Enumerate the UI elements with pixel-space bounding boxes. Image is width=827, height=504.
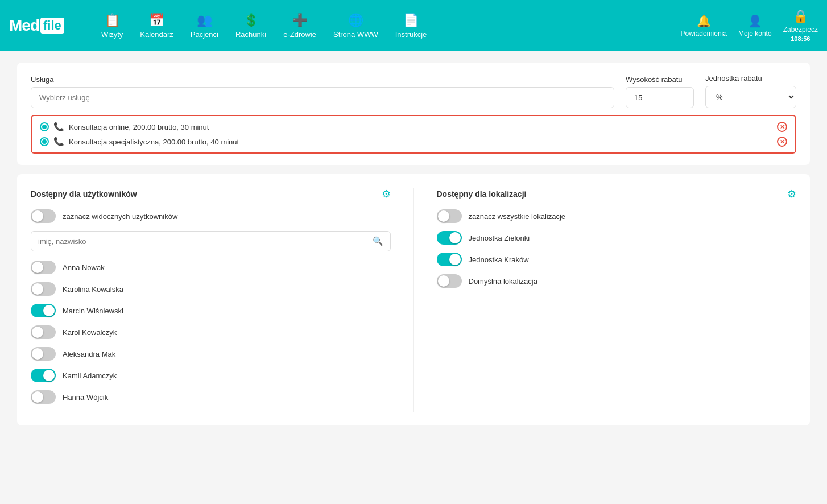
powiadomienia-label: Powiadomienia	[681, 30, 727, 38]
locations-select-all-knob	[438, 210, 449, 222]
nav-e-zdrowie[interactable]: ➕ e-Zdrowie	[276, 9, 323, 43]
kalendarz-icon: 📅	[149, 13, 164, 28]
service-label: Usługa	[31, 75, 614, 84]
user-knob-aleksandra	[32, 348, 43, 360]
rachunki-label: Rachunki	[235, 30, 266, 39]
service-input[interactable]	[31, 87, 614, 108]
users-panel-header: Dostępny dla użytkowników ⚙	[31, 188, 391, 200]
nav-wizyty[interactable]: 📋 Wizyty	[94, 9, 130, 43]
user-toggle-karolina[interactable]	[31, 282, 56, 296]
remove-tag-1[interactable]: ✕	[777, 122, 787, 132]
location-knob-domyslna	[438, 275, 449, 287]
user-name-hanna: Hanna Wójcik	[63, 393, 108, 402]
tag-text-2: Konsultacja specjalistyczna, 200.00 brut…	[69, 138, 772, 146]
users-select-all-toggle[interactable]	[31, 209, 56, 223]
locations-panel-title: Dostępny dla lokalizacji	[437, 189, 527, 199]
location-toggle-zielonki[interactable]	[437, 231, 462, 245]
moje-konto-label: Moje konto	[738, 30, 772, 38]
nav-rachunki[interactable]: 💲 Rachunki	[229, 9, 273, 43]
location-knob-zielonki	[449, 232, 461, 243]
user-name-karolina: Karolina Kowalska	[63, 285, 123, 294]
user-toggle-hanna[interactable]	[31, 390, 56, 404]
user-knob-anna	[32, 262, 43, 273]
tag-text-1: Konsultacja online, 200.00 brutto, 30 mi…	[69, 123, 772, 131]
user-toggle-karol[interactable]	[31, 325, 56, 339]
user-row-aleksandra: Aleksandra Mak	[31, 347, 391, 361]
service-group: Usługa	[31, 75, 614, 108]
users-panel: Dostępny dla użytkowników ⚙ zaznacz wido…	[31, 188, 391, 412]
nav-strona-www[interactable]: 🌐 Strona WWW	[326, 9, 385, 43]
user-toggle-kamil[interactable]	[31, 369, 56, 382]
users-gear-icon[interactable]: ⚙	[382, 188, 391, 200]
radio-2[interactable]	[40, 137, 49, 146]
logo-med: Med	[9, 16, 39, 35]
navbar: Med file 📋 Wizyty 📅 Kalendarz 👥 Pacjenci…	[0, 0, 827, 51]
location-row-domyslna: Domyślna lokalizacja	[437, 274, 797, 288]
user-name-aleksandra: Aleksandra Mak	[63, 350, 115, 358]
logo-file: file	[40, 18, 64, 34]
pacjenci-label: Pacjenci	[191, 30, 218, 39]
user-toggle-aleksandra[interactable]	[31, 347, 56, 361]
locations-select-all-label: zaznacz wszystkie lokalizacje	[469, 212, 566, 221]
user-row-marcin: Marcin Wiśniewski	[31, 304, 391, 317]
nav-instrukcje[interactable]: 📄 Instrukcje	[388, 9, 434, 43]
instrukcje-icon: 📄	[403, 13, 419, 28]
user-name-kamil: Kamil Adamczyk	[63, 371, 117, 380]
pacjenci-icon: 👥	[197, 13, 212, 28]
user-row-karolina: Karolina Kowalska	[31, 282, 391, 296]
main-content: Usługa Wysokość rabatu Jednostka rabatu …	[0, 51, 827, 504]
discount-input[interactable]	[626, 87, 694, 108]
user-name-anna: Anna Nowak	[63, 263, 105, 272]
users-select-all-row: zaznacz widocznych użytkowników	[31, 209, 391, 223]
nav-pacjenci[interactable]: 👥 Pacjenci	[184, 9, 225, 43]
service-tag-1: 📞 Konsultacja online, 200.00 brutto, 30 …	[40, 122, 787, 132]
logo[interactable]: Med file	[9, 16, 83, 35]
location-name-domyslna: Domyślna lokalizacja	[469, 277, 537, 286]
strona-www-label: Strona WWW	[333, 30, 378, 39]
user-row-anna: Anna Nowak	[31, 261, 391, 274]
users-select-all-knob	[32, 210, 43, 222]
bottom-section: Dostępny dla użytkowników ⚙ zaznacz wido…	[17, 174, 810, 425]
user-row-karol: Karol Kowalczyk	[31, 325, 391, 339]
locations-panel: Dostępny dla lokalizacji ⚙ zaznacz wszys…	[437, 188, 797, 412]
e-zdrowie-icon: ➕	[292, 13, 308, 28]
users-search-box: 🔍	[31, 231, 391, 251]
phone-icon-1: 📞	[53, 122, 64, 132]
panel-divider	[414, 188, 414, 412]
locations-select-all-toggle[interactable]	[437, 209, 462, 223]
form-row: Usługa Wysokość rabatu Jednostka rabatu …	[31, 74, 796, 108]
unit-select[interactable]: % zł	[705, 86, 796, 108]
nav-moje-konto[interactable]: 👤 Moje konto	[738, 14, 772, 38]
location-toggle-domyslna[interactable]	[437, 274, 462, 288]
location-toggle-krakow[interactable]	[437, 253, 462, 266]
nav-right: 🔔 Powiadomienia 👤 Moje konto 🔒 Zabezpiec…	[681, 9, 818, 42]
location-name-zielonki: Jednostka Zielonki	[469, 234, 530, 242]
users-search-input[interactable]	[38, 237, 368, 246]
location-row-zielonki: Jednostka Zielonki	[437, 231, 797, 245]
nav-items: 📋 Wizyty 📅 Kalendarz 👥 Pacjenci 💲 Rachun…	[94, 9, 681, 43]
nav-kalendarz[interactable]: 📅 Kalendarz	[133, 9, 180, 43]
locations-panel-header: Dostępny dla lokalizacji ⚙	[437, 188, 797, 200]
user-knob-karol	[32, 327, 43, 338]
rachunki-icon: 💲	[243, 13, 259, 28]
time-badge: 108:56	[791, 35, 810, 42]
lock-icon: 🔒	[793, 9, 808, 24]
kalendarz-label: Kalendarz	[140, 30, 173, 39]
form-section: Usługa Wysokość rabatu Jednostka rabatu …	[17, 63, 810, 165]
location-name-krakow: Jednostka Kraków	[469, 255, 529, 264]
service-tag-2: 📞 Konsultacja specjalistyczna, 200.00 br…	[40, 137, 787, 147]
location-knob-krakow	[449, 254, 461, 265]
nav-zabezpiecz[interactable]: 🔒 Zabezpiecz 108:56	[783, 9, 818, 42]
radio-inner-2	[42, 139, 47, 144]
nav-powiadomienia[interactable]: 🔔 Powiadomienia	[681, 14, 727, 38]
remove-tag-2[interactable]: ✕	[777, 137, 787, 147]
user-toggle-anna[interactable]	[31, 261, 56, 274]
user-row-hanna: Hanna Wójcik	[31, 390, 391, 404]
instrukcje-label: Instrukcje	[395, 30, 427, 39]
discount-amount-group: Wysokość rabatu	[626, 75, 694, 108]
radio-1[interactable]	[40, 122, 49, 131]
locations-gear-icon[interactable]: ⚙	[787, 188, 796, 200]
user-toggle-marcin[interactable]	[31, 304, 56, 317]
service-tags: 📞 Konsultacja online, 200.00 brutto, 30 …	[31, 115, 796, 154]
phone-icon-2: 📞	[53, 137, 64, 147]
